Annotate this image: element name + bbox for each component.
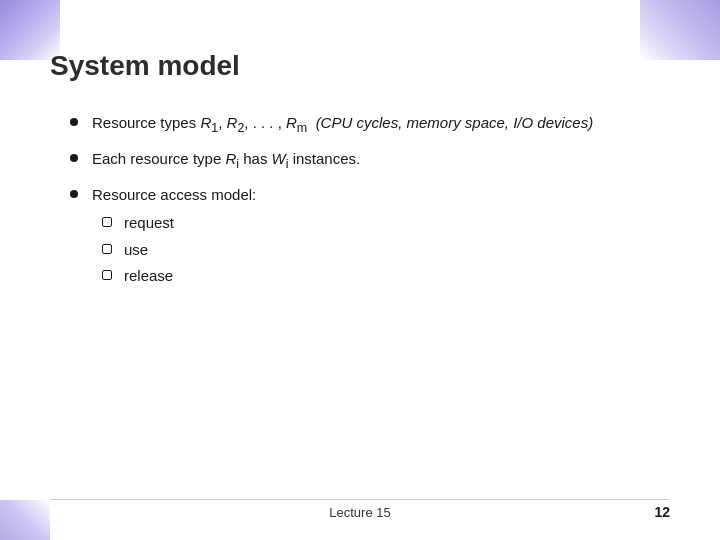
sub-bullet-request [102, 217, 112, 227]
sub-item-release-label: release [124, 265, 173, 288]
bullet-dot-2 [70, 154, 78, 162]
bullet-text-3: Resource access model: request use relea… [92, 184, 660, 292]
slide-content: System model Resource types R1, R2, . . … [0, 0, 720, 540]
bullet-list: Resource types R1, R2, . . . , Rm (CPU c… [50, 112, 660, 292]
bullet-item-2: Each resource type Ri has Wi instances. [70, 148, 660, 174]
footer-separator [50, 499, 670, 500]
slide-title: System model [50, 50, 660, 82]
bullet-item-1: Resource types R1, R2, . . . , Rm (CPU c… [70, 112, 660, 138]
page-number: 12 [654, 504, 670, 520]
sub-item-release: release [102, 265, 660, 288]
sub-item-request-label: request [124, 212, 174, 235]
bullet-item-3: Resource access model: request use relea… [70, 184, 660, 292]
bullet-dot-1 [70, 118, 78, 126]
sub-item-use-label: use [124, 239, 148, 262]
bullet-3-label: Resource access model: [92, 186, 256, 203]
sub-item-use: use [102, 239, 660, 262]
footer: Lecture 15 [0, 505, 720, 520]
sub-bullet-list: request use release [92, 212, 660, 288]
bullet-text-2: Each resource type Ri has Wi instances. [92, 148, 660, 174]
bullet-text-1: Resource types R1, R2, . . . , Rm (CPU c… [92, 112, 660, 138]
bullet-dot-3 [70, 190, 78, 198]
sub-bullet-release [102, 270, 112, 280]
footer-lecture-text: Lecture 15 [329, 505, 390, 520]
sub-bullet-use [102, 244, 112, 254]
sub-item-request: request [102, 212, 660, 235]
